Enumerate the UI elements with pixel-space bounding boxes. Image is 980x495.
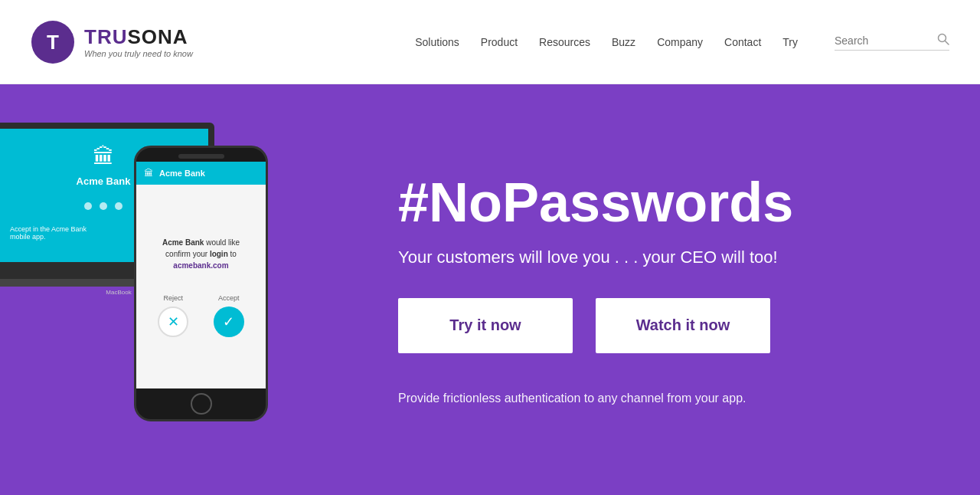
- search-input[interactable]: [835, 34, 934, 47]
- phone-accept-button[interactable]: ✓: [214, 307, 244, 337]
- hero-subheadline: Your customers will love you . . . your …: [398, 248, 919, 267]
- trusona-logo-icon: T: [31, 20, 75, 64]
- hero-headline: #NoPasswords: [398, 174, 919, 232]
- nav-buzz[interactable]: Buzz: [612, 36, 635, 48]
- search-icon[interactable]: [937, 33, 949, 48]
- main-nav: Solutions Product Resources Buzz Company…: [415, 33, 949, 51]
- try-it-now-button[interactable]: Try it now: [398, 298, 573, 353]
- logo-text: TRUSONA When you truly need to know: [84, 25, 193, 58]
- nav-try[interactable]: Try: [782, 36, 798, 48]
- phone-home-button[interactable]: [191, 393, 212, 415]
- svg-text:T: T: [47, 31, 59, 54]
- logo-sona: SONA: [127, 25, 188, 48]
- phone-header: 🏛 Acme Bank: [136, 162, 266, 185]
- devices-area: 🏛 Acme Bank Accept in the Acme Bankmobil…: [0, 84, 322, 495]
- phone-reject-col: Reject ✕: [158, 294, 188, 337]
- phone-reject-button[interactable]: ✕: [158, 307, 188, 337]
- laptop-dot-2: [100, 202, 107, 210]
- phone-bank-icon: 🏛: [144, 168, 153, 179]
- svg-line-3: [946, 41, 949, 45]
- phone-login-text: login: [210, 250, 228, 258]
- laptop-label: MacBook: [106, 289, 131, 296]
- nav-resources[interactable]: Resources: [539, 36, 590, 48]
- hero-section: 🏛 Acme Bank Accept in the Acme Bankmobil…: [0, 84, 980, 495]
- laptop-dot-1: [84, 202, 92, 210]
- logo-tagline: When you truly need to know: [84, 49, 193, 58]
- header: T TRUSONA When you truly need to know So…: [0, 0, 980, 84]
- watch-it-now-button[interactable]: Watch it now: [596, 298, 770, 353]
- nav-company[interactable]: Company: [657, 36, 703, 48]
- phone-bank-strong: Acme Bank: [162, 238, 204, 247]
- phone-message: Acme Bank would likeconfirm your login t…: [162, 237, 240, 271]
- hero-content: #NoPasswords Your customers will love yo…: [352, 84, 980, 495]
- phone-mockup: 🏛 Acme Bank Acme Bank would likeconfirm …: [134, 146, 268, 421]
- logo-tru: TRU: [84, 25, 127, 48]
- nav-solutions[interactable]: Solutions: [415, 36, 459, 48]
- hero-footer-text: Provide frictionless authentication to a…: [398, 392, 919, 405]
- laptop-dot-3: [115, 202, 122, 210]
- phone-actions: Reject ✕ Accept ✓: [145, 294, 256, 337]
- nav-product[interactable]: Product: [481, 36, 518, 48]
- laptop-bank-icon: 🏛: [93, 144, 114, 169]
- search-area: [835, 33, 949, 51]
- phone-body: Acme Bank would likeconfirm your login t…: [136, 185, 266, 388]
- phone-reject-label: Reject: [163, 294, 183, 302]
- phone-accept-col: Accept ✓: [214, 294, 244, 337]
- hero-buttons: Try it now Watch it now: [398, 298, 919, 353]
- logo-area: T TRUSONA When you truly need to know: [31, 20, 199, 64]
- nav-contact[interactable]: Contact: [724, 36, 761, 48]
- phone-screen: 🏛 Acme Bank Acme Bank would likeconfirm …: [136, 162, 266, 388]
- phone-bank-name: Acme Bank: [159, 169, 205, 178]
- laptop-bank-name: Acme Bank: [77, 175, 131, 187]
- phone-notch: [178, 154, 224, 159]
- laptop-dots: [84, 202, 122, 210]
- logo-brand: TRUSONA: [84, 25, 193, 49]
- phone-accept-label: Accept: [218, 294, 240, 302]
- phone-link[interactable]: acmebank.com: [173, 261, 228, 270]
